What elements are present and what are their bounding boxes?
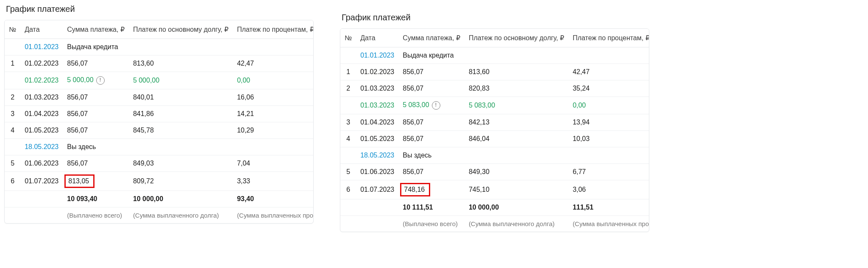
summary-total-caption: (Выплачено всего) xyxy=(398,216,465,232)
cell-n: 4 xyxy=(5,122,20,139)
schedule-card: № Дата Сумма платежа, ₽ Платеж по основн… xyxy=(4,20,314,224)
cell-principal: 5 000,00 xyxy=(129,72,233,89)
cell-date[interactable]: 01.01.2023 xyxy=(20,39,63,55)
cell-date: 01.07.2023 xyxy=(356,180,398,199)
cell-n: 5 xyxy=(5,155,20,172)
schedule-panel-left: График платежей № Дата Сумма платежа, ₽ … xyxy=(4,0,314,224)
cell-interest: 10,03 xyxy=(568,131,649,147)
table-header-row: № Дата Сумма платежа, ₽ Платеж по основн… xyxy=(5,20,314,39)
col-n-header: № xyxy=(340,29,356,47)
cell-date: 01.05.2023 xyxy=(20,122,63,139)
cell-sum: 856,07 xyxy=(63,122,129,139)
cell-n: 1 xyxy=(340,64,356,80)
cell-n xyxy=(340,47,356,64)
cell-date: 01.02.2023 xyxy=(20,72,63,89)
cell-issue-label[interactable]: Выдача кредита xyxy=(63,39,314,55)
cell-interest: 10,29 xyxy=(233,122,314,139)
cell-sum: 856,07 xyxy=(398,164,465,180)
cell-date[interactable]: 18.05.2023 xyxy=(356,147,398,164)
col-principal-header: Платеж по основному долгу, ₽ xyxy=(129,20,233,39)
summary-principal-caption: (Сумма выплаченного долга) xyxy=(129,207,233,224)
cell-sum: 5 083,00! xyxy=(398,97,465,114)
schedule-panel-right: График платежей № Дата Сумма платежа, ₽ … xyxy=(340,8,649,232)
summary-total: 10 093,40 xyxy=(63,191,129,207)
cell-interest: 3,06 xyxy=(568,180,649,199)
cell-n xyxy=(5,39,20,55)
summary-row: 10 093,4010 000,0093,40 xyxy=(5,191,314,207)
table-row: 01.02.20235 000,00!5 000,000,004 186,40 xyxy=(5,72,314,89)
table-row: 401.05.2023856,07846,0410,031 594,40 xyxy=(340,131,649,147)
cell-interest: 42,47 xyxy=(568,64,649,80)
table-row: 101.02.2023856,07813,6042,479 186,40 xyxy=(340,64,649,80)
info-icon[interactable]: ! xyxy=(96,76,105,85)
cell-here-label[interactable]: Вы здесь xyxy=(398,147,649,164)
cell-here-label[interactable]: Вы здесь xyxy=(63,139,314,155)
cell-date: 01.04.2023 xyxy=(20,106,63,122)
summary-interest-caption: (Сумма выплаченных процентов) xyxy=(233,207,314,224)
cell-principal: 849,03 xyxy=(129,155,233,172)
cell-date: 01.06.2023 xyxy=(20,155,63,172)
cell-n: 2 xyxy=(5,89,20,106)
cell-n: 6 xyxy=(340,180,356,199)
cell-sum: 856,07 xyxy=(398,114,465,131)
summary-interest: 93,40 xyxy=(233,191,314,207)
cell-n: 4 xyxy=(340,131,356,147)
cell-principal: 841,86 xyxy=(129,106,233,122)
cell-n xyxy=(5,191,20,207)
cell-principal: 849,30 xyxy=(465,164,568,180)
summary-caption-row: (Выплачено всего)(Сумма выплаченного дол… xyxy=(5,207,314,224)
cell-n: 2 xyxy=(340,80,356,97)
summary-principal-caption: (Сумма выплаченного долга) xyxy=(465,216,568,232)
cell-sum: 856,07 xyxy=(63,89,129,106)
summary-interest-caption: (Сумма выплаченных процентов) xyxy=(568,216,649,232)
panel-title: График платежей xyxy=(4,0,314,20)
summary-total: 10 111,51 xyxy=(398,199,465,216)
cell-date[interactable]: 01.01.2023 xyxy=(356,47,398,64)
cell-issue-label[interactable]: Выдача кредита xyxy=(398,47,649,64)
highlight-box: 748,16 xyxy=(400,183,430,196)
cell-sum: 856,07 xyxy=(398,64,465,80)
cell-interest: 7,04 xyxy=(233,155,314,172)
cell-date: 01.06.2023 xyxy=(356,164,398,180)
cell-interest: 42,47 xyxy=(233,55,314,72)
summary-principal: 10 000,00 xyxy=(129,191,233,207)
panel-title: График платежей xyxy=(340,8,649,28)
cell-principal: 745,10 xyxy=(465,180,568,199)
cell-date[interactable]: 18.05.2023 xyxy=(20,139,63,155)
table-row: 201.03.2023856,07840,0116,063 346,39 xyxy=(5,89,314,106)
cell-principal: 809,72 xyxy=(129,172,233,191)
cell-n xyxy=(5,207,20,224)
cell-interest: 0,00 xyxy=(568,97,649,114)
here-row: 18.05.2023Вы здесь xyxy=(340,147,649,164)
cell-sum: 856,07 xyxy=(63,106,129,122)
highlight-box: 813,05 xyxy=(64,174,95,188)
cell-principal: 5 083,00 xyxy=(465,97,568,114)
cell-sum: 856,07 xyxy=(398,131,465,147)
schedule-table: № Дата Сумма платежа, ₽ Платеж по основн… xyxy=(340,29,649,232)
info-icon[interactable]: ! xyxy=(432,101,440,110)
cell-date xyxy=(20,207,63,224)
col-interest-header: Платеж по процентам, ₽ xyxy=(233,20,314,39)
col-interest-header: Платеж по процентам, ₽ xyxy=(568,29,649,47)
table-row: 601.07.2023813,05809,723,330,00 xyxy=(5,172,314,191)
cell-date: 01.03.2023 xyxy=(356,80,398,97)
col-sum-header: Сумма платежа, ₽ xyxy=(398,29,465,47)
table-header-row: № Дата Сумма платежа, ₽ Платеж по основн… xyxy=(340,29,649,47)
cell-principal: 846,04 xyxy=(465,131,568,147)
cell-date xyxy=(356,199,398,216)
cell-date: 01.07.2023 xyxy=(20,172,63,191)
cell-sum: 5 000,00! xyxy=(63,72,129,89)
cell-sum: 748,16 xyxy=(398,180,465,199)
table-row: 101.02.2023856,07813,6042,479 186,40 xyxy=(5,55,314,72)
cell-n xyxy=(340,216,356,232)
cell-n: 3 xyxy=(5,106,20,122)
cell-n: 5 xyxy=(340,164,356,180)
col-date-header: Дата xyxy=(20,20,63,39)
cell-interest: 6,77 xyxy=(568,164,649,180)
table-body-left: 01.01.2023Выдача кредита101.02.2023856,0… xyxy=(5,39,314,224)
issue-row: 01.01.2023Выдача кредита xyxy=(340,47,649,64)
summary-row: 10 111,5110 000,00111,51 xyxy=(340,199,649,216)
cell-date: 01.02.2023 xyxy=(356,64,398,80)
cell-principal: 845,78 xyxy=(129,122,233,139)
cell-interest: 35,24 xyxy=(568,80,649,97)
